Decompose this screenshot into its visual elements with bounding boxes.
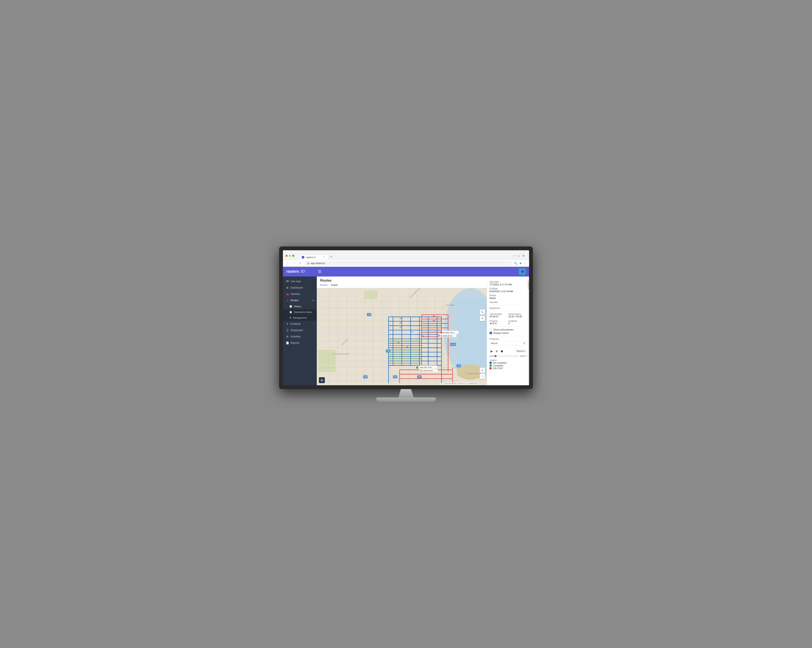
monitor-screen: rasters.io ✕ + ─ □ ✕ ← → ↻	[279, 246, 533, 389]
sidebar-label-incidents: Incidents	[290, 322, 301, 326]
search-map-button[interactable]: 🔍	[479, 309, 485, 315]
reset-map-button[interactable]: ↺	[479, 316, 485, 321]
progress-col: Progress 34.8 %	[490, 320, 508, 325]
display-historic-checkbox[interactable]: ✓	[490, 332, 492, 334]
sidebar-item-vehicles[interactable]: 🚗 Vehicles ›	[283, 291, 317, 297]
end-date-value: 8/18/2020, 5:41:36 AM	[490, 290, 527, 293]
start-date-value: 7/7/2020, 6:17:47 AM	[490, 283, 527, 286]
maximize-dot[interactable]	[292, 255, 295, 257]
vehicles-chevron: ›	[313, 293, 314, 295]
logo-io: .IO	[300, 269, 305, 274]
map-container[interactable]: Start (539-17657) Start (65AB-Mardi) End…	[317, 288, 487, 385]
properties-section: Properties Aucun ∨	[490, 338, 527, 345]
sidebar-item-employees[interactable]: 👤 Employees	[283, 327, 317, 333]
sidebar-item-live-map[interactable]: 🗺 Live map	[283, 278, 317, 284]
back-button[interactable]: ←	[285, 261, 290, 266]
map-background: Start (539-17657) Start (65AB-Mardi) End…	[317, 288, 487, 385]
sidebar-item-routes[interactable]: ⑃ Routes ∨	[283, 297, 317, 304]
distance-col: Distance(km) 20.82 / 59.85	[508, 313, 527, 318]
incidents-chevron: ›	[313, 322, 314, 325]
sidebar-subitem-management[interactable]: ⚙ Management	[283, 315, 317, 321]
monitor-stand-neck	[393, 389, 419, 397]
breadcrumb-routes[interactable]: Routes	[320, 284, 328, 286]
user-avatar[interactable]: 🎓	[519, 268, 526, 275]
timeline-thumb[interactable]	[495, 355, 496, 357]
browser-toolbar: ← → ↻ 🔒 app.rasters.io 🔍 ★ ⋮	[283, 260, 529, 267]
refresh-button[interactable]: ↻	[298, 261, 303, 266]
avatar-emoji: 🎓	[520, 270, 524, 274]
show-particularities-checkbox[interactable]	[490, 329, 492, 331]
total-duration-value: 04:38:37	[490, 315, 508, 318]
sidebar-item-activities[interactable]: ⊞ Activities	[283, 333, 317, 340]
monitor-stand-base	[376, 397, 436, 402]
new-tab-button[interactable]: +	[328, 254, 334, 260]
zoom-in-button[interactable]: +	[479, 367, 485, 373]
sidebar-item-reports[interactable]: 📄 Reports	[283, 340, 317, 346]
monitor: rasters.io ✕ + ─ □ ✕ ← → ↻	[277, 246, 535, 402]
timeline[interactable]: 0:00 420:57	[490, 355, 527, 357]
sidebar-label-routes: Routes	[290, 299, 299, 302]
tab-title: rasters.io	[306, 256, 316, 258]
properties-select[interactable]: Aucun ∨	[490, 341, 527, 345]
zoom-out-button[interactable]: −	[479, 373, 485, 379]
sidebar-subitem-history[interactable]: 🕐 History	[283, 304, 317, 309]
forward-button[interactable]: →	[292, 261, 296, 266]
timeline-end: 420:57	[520, 355, 527, 357]
stop-button[interactable]: ⏹	[500, 349, 504, 353]
active-tab[interactable]: rasters.io ✕	[299, 255, 328, 260]
content-header: Routes Routes › Details	[317, 277, 487, 288]
not-completed-label: Not completed	[493, 362, 507, 364]
completed-color	[490, 365, 491, 367]
timeline-start: 0:00	[490, 355, 493, 357]
svg-text:Start (539-17657): Start (539-17657)	[420, 366, 432, 368]
minimize-dot[interactable]	[289, 255, 291, 257]
legend: Legend Not completed Completed	[490, 359, 527, 370]
bookmark-icon[interactable]: ★	[519, 261, 522, 265]
distance-value: 20.82 / 59.85	[508, 315, 527, 318]
sidebar-item-dashboard[interactable]: ⊞ Dashboard	[283, 284, 317, 291]
tab-favicon	[302, 256, 304, 258]
app-header: rasters.IO ☰ 🎓	[283, 267, 529, 277]
stats-grid: Total duration 04:38:37 Distance(km) 20.…	[490, 313, 527, 325]
sidebar-subitem-operations[interactable]: 📋 Operations status	[283, 309, 317, 315]
speed-chevron: ∨	[524, 350, 525, 352]
display-historic-label: Display historic	[493, 332, 509, 334]
tab-close-button[interactable]: ✕	[323, 256, 325, 258]
svg-text:138: 138	[418, 376, 421, 378]
sidebar-label-reports: Reports	[290, 341, 299, 344]
search-icon[interactable]: 🔍	[514, 261, 517, 265]
panel-scrollbar[interactable]	[528, 277, 529, 385]
svg-text:Hochelaga: Hochelaga	[446, 304, 455, 306]
display-historic-row[interactable]: ✓ Display historic	[490, 332, 527, 334]
progress-label: Progress	[490, 320, 508, 322]
route-539-color	[490, 367, 491, 369]
address-bar[interactable]: 🔒 app.rasters.io	[304, 261, 512, 265]
start-date-label: Start date	[490, 281, 527, 283]
play-button[interactable]: ▶	[490, 349, 494, 353]
progress-value: 34.8 %	[490, 322, 508, 325]
minimize-button[interactable]: ─	[513, 254, 516, 257]
employees-icon: 👤	[286, 329, 289, 332]
breadcrumb: Routes › Details	[320, 284, 483, 288]
speed-select[interactable]: Normal ∨	[516, 349, 527, 353]
show-particularities-label: Show particularities	[493, 329, 513, 331]
scrollbar-thumb[interactable]	[528, 281, 529, 289]
show-particularities-row[interactable]: Show particularities	[490, 329, 527, 331]
sidebar-item-incidents[interactable]: ℹ Incidents ›	[283, 321, 317, 327]
close-dot[interactable]	[285, 255, 288, 257]
svg-rect-5	[364, 290, 378, 299]
svg-text:183: 183	[386, 350, 389, 352]
playback-controls: ▶ ⏸ ⏹ Normal ∨	[490, 349, 527, 353]
pause-button[interactable]: ⏸	[495, 349, 499, 353]
toolbar-actions: 🔍 ★ ⋮	[514, 261, 527, 265]
close-button[interactable]: ✕	[522, 254, 525, 257]
maximize-button[interactable]: □	[518, 254, 520, 257]
hamburger-menu[interactable]: ☰	[318, 269, 321, 274]
right-panel: Start date 7/7/2020, 6:17:47 AM EndDate …	[487, 277, 529, 385]
legend-label: Legend	[490, 359, 527, 361]
tab-bar: rasters.io ✕ +	[296, 253, 337, 260]
timeline-track[interactable]	[495, 356, 519, 356]
incidents-icon: ℹ	[286, 322, 289, 326]
menu-icon[interactable]: ⋮	[524, 261, 527, 265]
legend-item-539: 539-17657	[490, 367, 527, 370]
